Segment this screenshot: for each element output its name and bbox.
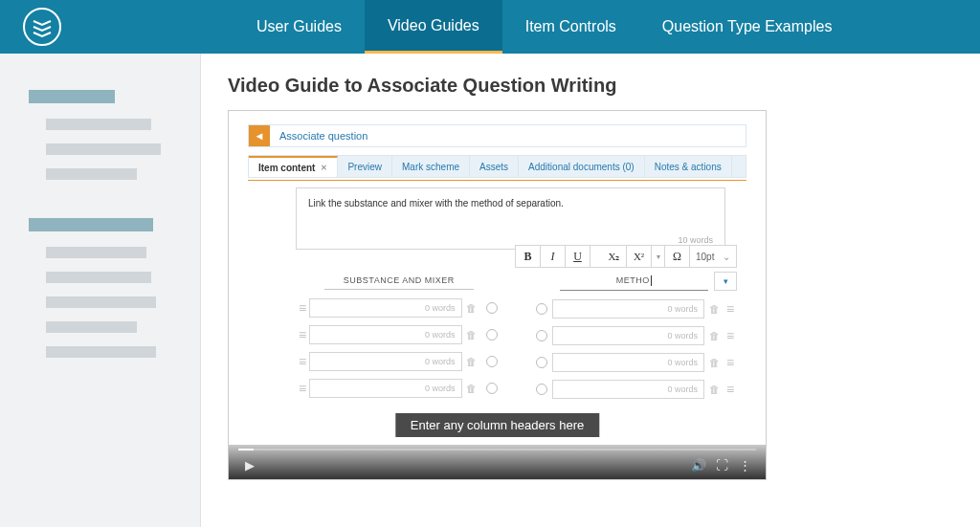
radio-button[interactable] [536, 357, 547, 368]
site-header: User Guides Video Guides Item Controls Q… [0, 0, 980, 54]
column-header-right[interactable]: METHO [560, 272, 709, 291]
sidebar [0, 54, 201, 527]
site-logo[interactable] [23, 8, 61, 46]
tab-additional-docs[interactable]: Additional documents (0) [519, 156, 645, 177]
option-input[interactable]: 0 words [309, 352, 462, 371]
sidebar-item[interactable] [46, 143, 161, 155]
option-input[interactable]: 0 words [552, 380, 705, 399]
option-row: ≡0 words🗑 [296, 351, 502, 372]
breadcrumb: ◄ Associate question [248, 124, 746, 147]
play-button[interactable]: ▶ [238, 453, 261, 476]
drag-icon[interactable]: ≡ [724, 328, 737, 343]
tab-notes-actions[interactable]: Notes & actions [645, 156, 732, 177]
nav-user-guides[interactable]: User Guides [234, 0, 365, 54]
prompt-editor[interactable]: Link the substance and mixer with the me… [296, 187, 725, 250]
volume-button[interactable]: 🔊 [687, 453, 710, 476]
main-nav: User Guides Video Guides Item Controls Q… [234, 0, 855, 54]
trash-icon[interactable]: 🗑 [707, 303, 721, 315]
text-cursor-icon [651, 275, 652, 286]
more-button[interactable]: ▾ [652, 246, 665, 267]
sidebar-item[interactable] [46, 119, 151, 130]
video-player: ◄ Associate question Item content✕ Previ… [228, 110, 767, 480]
drag-icon[interactable]: ≡ [296, 300, 309, 316]
sidebar-item[interactable] [46, 346, 156, 358]
drag-icon[interactable]: ≡ [296, 327, 309, 342]
underline-button[interactable]: U [566, 246, 590, 267]
trash-icon[interactable]: 🗑 [465, 329, 479, 340]
sidebar-item[interactable] [46, 321, 137, 333]
tab-mark-scheme[interactable]: Mark scheme [392, 156, 470, 177]
editor-tabs: Item content✕ Preview Mark scheme Assets… [248, 155, 746, 178]
radio-button[interactable] [536, 303, 547, 315]
sidebar-heading [29, 90, 115, 103]
drag-icon[interactable]: ≡ [296, 381, 309, 396]
trash-icon[interactable]: 🗑 [707, 330, 721, 341]
sidebar-heading [29, 218, 153, 231]
trash-icon[interactable]: 🗑 [707, 357, 721, 368]
sidebar-item[interactable] [46, 272, 151, 283]
option-row: 0 words🗑≡ [531, 298, 738, 319]
tab-assets[interactable]: Assets [470, 156, 519, 177]
radio-button[interactable] [486, 302, 498, 314]
column-right: METHO 0 words🗑≡ 0 words🗑≡ 0 words🗑≡ 0 wo… [531, 272, 738, 406]
option-input[interactable]: 0 words [309, 379, 462, 398]
fullscreen-button[interactable]: ⛶ [710, 453, 733, 476]
option-row: 0 words🗑≡ [531, 352, 738, 373]
option-input[interactable]: 0 words [552, 326, 705, 345]
back-button[interactable]: ◄ [249, 125, 270, 146]
drag-icon[interactable]: ≡ [724, 355, 737, 370]
radio-button[interactable] [536, 384, 547, 395]
trash-icon[interactable]: 🗑 [465, 383, 479, 394]
option-row: ≡0 words🗑 [296, 378, 502, 399]
sidebar-item[interactable] [46, 296, 156, 308]
trash-icon[interactable]: 🗑 [465, 356, 479, 367]
prompt-text: Link the substance and mixer with the me… [308, 198, 713, 209]
option-input[interactable]: 0 words [552, 353, 705, 372]
column-header-left[interactable]: SUBSTANCE AND MIXER [324, 272, 474, 290]
bold-button[interactable]: B [516, 246, 541, 267]
column-left: SUBSTANCE AND MIXER ≡0 words🗑 ≡0 words🗑 … [296, 272, 502, 406]
nav-video-guides[interactable]: Video Guides [365, 0, 502, 54]
subscript-button[interactable]: X₂ [602, 246, 627, 267]
option-row: 0 words🗑≡ [531, 325, 738, 346]
progress-bar[interactable] [238, 449, 756, 450]
sidebar-item[interactable] [46, 247, 146, 258]
fontsize-select[interactable]: 10pt [690, 246, 736, 267]
main-content: Video Guide to Associate Question Writin… [201, 54, 980, 527]
drag-icon[interactable]: ≡ [296, 354, 309, 369]
drag-icon[interactable]: ≡ [724, 301, 737, 317]
tab-item-content[interactable]: Item content✕ [249, 156, 338, 177]
superscript-button[interactable]: X² [627, 246, 652, 267]
option-row: ≡0 words🗑 [296, 324, 502, 345]
radio-button[interactable] [486, 383, 498, 394]
italic-button[interactable]: I [541, 246, 566, 267]
close-icon[interactable]: ✕ [321, 164, 327, 172]
video-controls: ▶ 🔊 ⛶ ⋮ [229, 445, 766, 479]
more-button[interactable]: ⋮ [733, 453, 756, 476]
trash-icon[interactable]: 🗑 [707, 384, 721, 395]
drag-icon[interactable]: ≡ [724, 382, 737, 397]
option-row: ≡0 words🗑 [296, 297, 502, 318]
radio-button[interactable] [486, 356, 498, 367]
video-caption: Enter any column headers here [395, 413, 599, 437]
divider [248, 180, 746, 181]
radio-button[interactable] [536, 330, 547, 341]
page-title: Video Guide to Associate Question Writin… [228, 75, 953, 97]
trash-icon[interactable]: 🗑 [465, 302, 479, 314]
text-toolbar: B I U X₂ X² ▾ Ω 10pt [515, 245, 737, 268]
option-input[interactable]: 0 words [309, 298, 462, 318]
nav-item-controls[interactable]: Item Controls [502, 0, 639, 54]
option-input[interactable]: 0 words [309, 325, 462, 344]
omega-button[interactable]: Ω [665, 246, 690, 267]
word-count: 10 words [308, 209, 713, 245]
tab-preview[interactable]: Preview [338, 156, 392, 177]
breadcrumb-text[interactable]: Associate question [270, 130, 368, 142]
nav-question-type-examples[interactable]: Question Type Examples [639, 0, 856, 54]
radio-button[interactable] [486, 329, 498, 340]
sidebar-item[interactable] [46, 168, 137, 180]
option-row: 0 words🗑≡ [531, 379, 738, 400]
option-input[interactable]: 0 words [552, 299, 705, 318]
